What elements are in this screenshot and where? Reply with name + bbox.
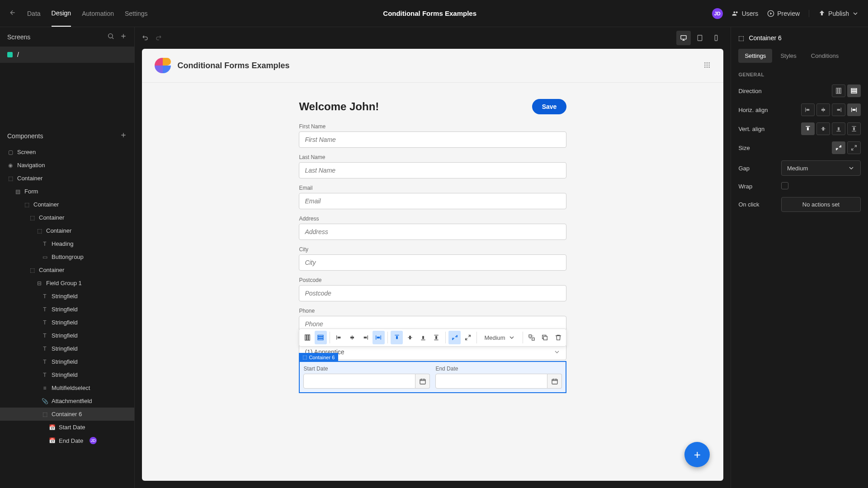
top-nav: Data Design Automation Settings Conditio… bbox=[0, 0, 868, 27]
add-component-icon[interactable] bbox=[120, 131, 127, 140]
direction-row-icon[interactable] bbox=[315, 331, 327, 344]
nav-data[interactable]: Data bbox=[27, 1, 41, 26]
valign-stretch-icon[interactable] bbox=[847, 122, 861, 135]
field-firstname: First Name bbox=[299, 123, 566, 148]
svg-point-13 bbox=[709, 66, 710, 68]
size-shrink-icon[interactable] bbox=[832, 141, 845, 154]
nav-settings[interactable]: Settings bbox=[125, 1, 148, 26]
tree-attachment[interactable]: 📎Attachmentfield bbox=[0, 394, 134, 408]
container-icon: ⬚ bbox=[24, 202, 30, 208]
tree-sf4[interactable]: TStringfield bbox=[0, 329, 134, 342]
avatar[interactable]: JD bbox=[712, 8, 723, 19]
halign-stretch-icon[interactable] bbox=[373, 331, 385, 344]
tree-sf1[interactable]: TStringfield bbox=[0, 290, 134, 303]
tree-fieldgroup[interactable]: ⊟Field Group 1 bbox=[0, 277, 134, 290]
valign-top-icon[interactable] bbox=[391, 331, 403, 344]
address-input[interactable] bbox=[299, 224, 566, 240]
valign-bottom-icon[interactable] bbox=[417, 331, 429, 344]
search-icon[interactable] bbox=[107, 33, 114, 41]
size-grow-icon[interactable] bbox=[847, 141, 861, 154]
valign-stretch-icon[interactable] bbox=[430, 331, 443, 344]
halign-stretch-icon[interactable] bbox=[847, 103, 861, 116]
screen-item[interactable]: / bbox=[0, 47, 134, 63]
valign-middle-icon[interactable] bbox=[404, 331, 416, 344]
enddate-calendar-icon[interactable] bbox=[547, 374, 562, 389]
delete-icon[interactable] bbox=[552, 331, 564, 344]
tree-sf7[interactable]: TStringfield bbox=[0, 368, 134, 381]
nav-automation[interactable]: Automation bbox=[82, 1, 114, 26]
tree-sf5[interactable]: TStringfield bbox=[0, 342, 134, 355]
tree-sf6[interactable]: TStringfield bbox=[0, 355, 134, 368]
tree-container6[interactable]: ⬚Container 6 bbox=[0, 408, 134, 421]
postcode-input[interactable] bbox=[299, 285, 566, 301]
lastname-label: Last Name bbox=[299, 154, 566, 160]
tree-sf3[interactable]: TStringfield bbox=[0, 316, 134, 329]
halign-left-icon[interactable] bbox=[801, 103, 815, 116]
canvas[interactable]: Conditional Forms Examples Welcome John!… bbox=[142, 49, 723, 481]
tree-container5[interactable]: ⬚Container bbox=[0, 263, 134, 277]
valign-top-icon[interactable] bbox=[801, 122, 815, 135]
tree-enddate[interactable]: 📅End DateJD bbox=[0, 434, 134, 447]
firstname-input[interactable] bbox=[299, 131, 566, 148]
screens-header: Screens bbox=[0, 27, 134, 47]
tree-multiselect[interactable]: ≡Multifieldselect bbox=[0, 381, 134, 394]
valign-middle-icon[interactable] bbox=[816, 122, 830, 135]
tree-container2[interactable]: ⬚Container bbox=[0, 198, 134, 211]
city-label: City bbox=[299, 246, 566, 253]
city-input[interactable] bbox=[299, 254, 566, 271]
undo-icon[interactable] bbox=[142, 34, 149, 42]
redo-icon[interactable] bbox=[155, 34, 162, 42]
duplicate-icon[interactable] bbox=[539, 331, 551, 344]
size-shrink-icon[interactable] bbox=[448, 331, 461, 344]
nav-design[interactable]: Design bbox=[52, 0, 71, 27]
gap-select[interactable]: Medium bbox=[781, 160, 861, 176]
onclick-button[interactable]: No actions set bbox=[781, 197, 861, 212]
direction-row-icon[interactable] bbox=[847, 84, 861, 97]
halign-right-icon[interactable] bbox=[832, 103, 845, 116]
save-button[interactable]: Save bbox=[532, 99, 567, 114]
tab-conditions[interactable]: Conditions bbox=[805, 49, 845, 63]
device-tablet-icon[interactable] bbox=[693, 31, 707, 45]
tab-styles[interactable]: Styles bbox=[774, 49, 802, 63]
tree-startdate[interactable]: 📅Start Date bbox=[0, 421, 134, 434]
selected-container6[interactable]: Start Date End Date bbox=[299, 361, 566, 393]
enddate-input[interactable] bbox=[435, 374, 547, 389]
publish-button[interactable]: Publish bbox=[809, 10, 859, 17]
email-input[interactable] bbox=[299, 193, 566, 209]
tree-container[interactable]: ⬚Container bbox=[0, 172, 134, 185]
rp-general-section: GENERAL bbox=[738, 72, 861, 77]
tree-buttongroup[interactable]: ▭Buttongroup bbox=[0, 250, 134, 263]
rp-header: ⬚ Container 6 bbox=[738, 34, 861, 42]
tab-settings[interactable]: Settings bbox=[738, 49, 772, 63]
tree-heading[interactable]: THeading bbox=[0, 237, 134, 250]
users-button[interactable]: Users bbox=[732, 10, 759, 17]
size-grow-icon[interactable] bbox=[462, 331, 474, 344]
gap-select[interactable]: Medium bbox=[480, 331, 519, 344]
halign-center-icon[interactable] bbox=[816, 103, 830, 116]
direction-column-icon[interactable] bbox=[832, 84, 845, 97]
tree-container3[interactable]: ⬚Container bbox=[0, 211, 134, 224]
device-mobile-icon[interactable] bbox=[709, 31, 723, 45]
tree-form[interactable]: ▤Form bbox=[0, 185, 134, 198]
direction-column-icon[interactable] bbox=[301, 331, 313, 344]
halign-left-icon[interactable] bbox=[333, 331, 345, 344]
startdate-input[interactable] bbox=[303, 374, 415, 389]
tree-container4[interactable]: ⬚Container bbox=[0, 224, 134, 237]
back-arrow-icon[interactable] bbox=[9, 9, 16, 18]
preview-button[interactable]: Preview bbox=[767, 10, 800, 17]
wrap-checkbox[interactable] bbox=[781, 182, 788, 189]
grid-menu-icon[interactable] bbox=[703, 61, 711, 70]
tree-screen[interactable]: ▢Screen bbox=[0, 145, 134, 159]
valign-bottom-icon[interactable] bbox=[832, 122, 845, 135]
rp-valign: Vert. align bbox=[738, 122, 861, 135]
tree-navigation[interactable]: ◉Navigation bbox=[0, 159, 134, 172]
device-desktop-icon[interactable] bbox=[676, 31, 691, 45]
lastname-input[interactable] bbox=[299, 162, 566, 178]
add-screen-icon[interactable] bbox=[120, 33, 127, 41]
tree-sf2[interactable]: TStringfield bbox=[0, 303, 134, 316]
fab-add-button[interactable]: + bbox=[684, 442, 710, 467]
halign-right-icon[interactable] bbox=[359, 331, 371, 344]
startdate-calendar-icon[interactable] bbox=[415, 374, 430, 389]
halign-center-icon[interactable] bbox=[346, 331, 358, 344]
add-child-icon[interactable] bbox=[526, 331, 538, 344]
